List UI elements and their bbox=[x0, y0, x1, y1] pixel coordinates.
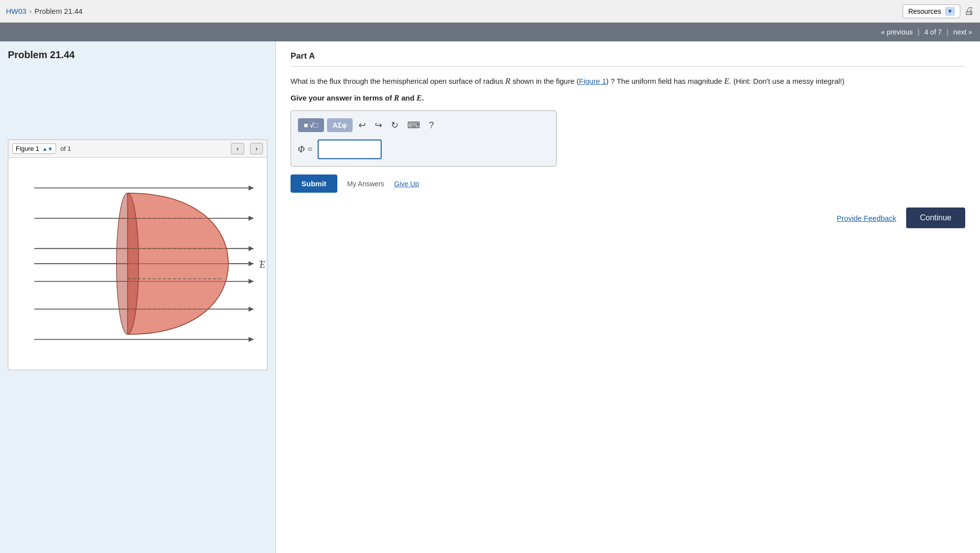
previous-link[interactable]: « previous bbox=[881, 28, 913, 36]
hw-link[interactable]: HW03 bbox=[6, 7, 27, 15]
page-info: 4 of 7 bbox=[924, 28, 942, 36]
svg-marker-7 bbox=[249, 261, 254, 266]
left-panel: Problem 21.44 Figure 1 ▲▼ of 1 ‹ › bbox=[0, 41, 276, 553]
answer-R: R bbox=[394, 94, 399, 102]
print-button[interactable]: 🖨 bbox=[964, 5, 974, 17]
keyboard-icon: ⌨ bbox=[407, 120, 420, 130]
figure-select-arrow: ▲▼ bbox=[42, 146, 53, 152]
give-up-link[interactable]: Give Up bbox=[394, 180, 419, 188]
math-notation-button[interactable]: ■ √□ bbox=[298, 118, 324, 132]
math-notation-icon: ■ √□ bbox=[304, 121, 318, 129]
figure-select[interactable]: Figure 1 ▲▼ bbox=[12, 143, 56, 154]
question-part3: ) ? The uniform field has magnitude bbox=[606, 77, 724, 85]
breadcrumb-separator: › bbox=[30, 7, 32, 15]
provide-feedback-link[interactable]: Provide Feedback bbox=[837, 214, 896, 222]
help-icon: ? bbox=[429, 120, 434, 130]
figure-svg: E → bbox=[8, 158, 267, 370]
breadcrumb: HW03 › Problem 21.44 bbox=[6, 7, 903, 15]
separator-2: | bbox=[947, 28, 948, 36]
phi-input[interactable] bbox=[318, 139, 382, 159]
refresh-button[interactable]: ↻ bbox=[388, 118, 401, 133]
answer-E: E bbox=[417, 94, 422, 102]
action-row: Submit My Answers Give Up bbox=[291, 174, 965, 193]
continue-button[interactable]: Continue bbox=[906, 207, 965, 228]
question-R: R bbox=[505, 76, 510, 86]
submit-button[interactable]: Submit bbox=[291, 174, 337, 193]
redo-button[interactable]: ↪ bbox=[372, 118, 385, 133]
next-link[interactable]: next » bbox=[953, 28, 972, 36]
answer-period: . bbox=[422, 94, 424, 102]
help-button[interactable]: ? bbox=[426, 118, 437, 133]
separator-1: | bbox=[918, 28, 920, 36]
phi-label: Φ = bbox=[298, 144, 313, 155]
svg-marker-1 bbox=[249, 185, 254, 190]
undo-button[interactable]: ↩ bbox=[356, 118, 369, 133]
svg-marker-5 bbox=[249, 246, 254, 251]
math-symbol-label: AΣφ bbox=[333, 121, 347, 129]
svg-text:→: → bbox=[257, 257, 263, 264]
question-part2: shown in the figure ( bbox=[510, 77, 579, 85]
math-input-box: ■ √□ AΣφ ↩ ↪ ↻ ⌨ ? bbox=[291, 110, 556, 167]
answer-instruction-line: Give your answer in terms of R and E. bbox=[291, 94, 965, 103]
figure-container: Figure 1 ▲▼ of 1 ‹ › bbox=[8, 139, 267, 370]
svg-marker-3 bbox=[249, 216, 254, 221]
question-part4: . (Hint: Don't use a messy integral!) bbox=[729, 77, 845, 85]
my-answers-label: My Answers bbox=[347, 180, 384, 188]
undo-icon: ↩ bbox=[359, 120, 366, 130]
question-text: What is the flux through the hemispheric… bbox=[291, 74, 965, 88]
top-navigation: HW03 › Problem 21.44 Resources ▼ 🖨 bbox=[0, 0, 980, 23]
figure-1-link[interactable]: Figure 1 bbox=[579, 77, 606, 85]
figure-prev-button[interactable]: ‹ bbox=[231, 143, 244, 154]
figure-drawing: E → bbox=[8, 158, 267, 370]
answer-instruction: Give your answer in terms of bbox=[291, 94, 392, 102]
figure-select-label: Figure 1 bbox=[16, 145, 39, 152]
resources-dropdown-arrow: ▼ bbox=[945, 7, 955, 16]
right-panel: Part A What is the flux through the hemi… bbox=[276, 41, 980, 553]
problem-heading: Problem 21.44 bbox=[8, 49, 267, 61]
math-symbol-button[interactable]: AΣφ bbox=[327, 118, 353, 132]
svg-marker-9 bbox=[249, 279, 254, 284]
svg-point-14 bbox=[117, 193, 139, 335]
resources-button[interactable]: Resources ▼ bbox=[903, 4, 960, 18]
problem-title: Problem 21.44 bbox=[34, 7, 83, 15]
figure-next-button[interactable]: › bbox=[250, 143, 263, 154]
redo-icon: ↪ bbox=[375, 120, 382, 130]
question-E: E bbox=[724, 76, 729, 86]
resources-label: Resources bbox=[908, 7, 941, 15]
bottom-actions: Provide Feedback Continue bbox=[291, 207, 965, 228]
resources-area: Resources ▼ 🖨 bbox=[903, 4, 974, 18]
refresh-icon: ↻ bbox=[391, 120, 398, 130]
svg-marker-11 bbox=[249, 307, 254, 311]
phi-row: Φ = bbox=[298, 139, 549, 159]
keyboard-button[interactable]: ⌨ bbox=[404, 118, 423, 133]
question-part1: What is the flux through the hemispheric… bbox=[291, 77, 505, 85]
svg-marker-13 bbox=[249, 337, 254, 342]
main-layout: Problem 21.44 Figure 1 ▲▼ of 1 ‹ › bbox=[0, 41, 980, 553]
pagination-bar: « previous | 4 of 7 | next » bbox=[0, 23, 980, 41]
figure-header: Figure 1 ▲▼ of 1 ‹ › bbox=[8, 140, 267, 158]
print-icon: 🖨 bbox=[964, 5, 974, 16]
answer-and: and bbox=[401, 94, 415, 102]
part-label: Part A bbox=[291, 51, 965, 67]
math-toolbar: ■ √□ AΣφ ↩ ↪ ↻ ⌨ ? bbox=[298, 118, 549, 133]
figure-of: of 1 bbox=[60, 145, 71, 152]
